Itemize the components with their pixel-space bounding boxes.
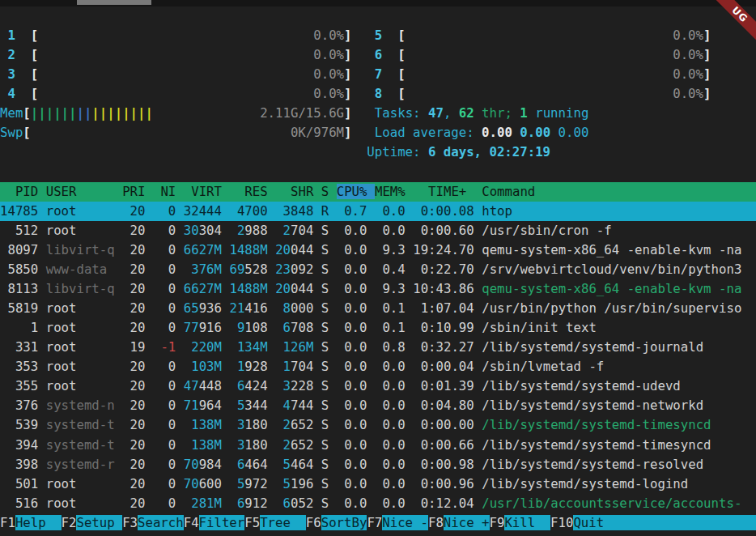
column-header-time[interactable]: TIME+ (413, 184, 474, 199)
column-header-shr[interactable]: SHR (275, 184, 313, 199)
cpu8-label: 8 (375, 86, 382, 101)
key-f1[interactable]: F1 (0, 515, 15, 530)
column-header-cpu-sort[interactable]: CPU% (337, 184, 375, 199)
cell-pid: 355 (0, 378, 38, 393)
cell-time: 0:12.04 (413, 496, 474, 511)
process-row[interactable]: 398 systemd-r 20 0 70984 6464 5464 S 0.0… (0, 455, 756, 474)
key-f6[interactable]: F6 (306, 515, 321, 530)
column-header-pri[interactable]: PRI (122, 184, 145, 199)
cell-mem: 0.1 (375, 320, 406, 335)
process-row[interactable]: 353 root 20 0 103M 1928 1704 S 0.0 0.0 0… (0, 357, 756, 376)
process-row[interactable]: 394 systemd-t 20 0 138M 3180 2652 S 0.0 … (0, 436, 756, 455)
cell-res: 6 (229, 457, 244, 472)
mem-used-bars: |||||| (31, 105, 77, 121)
cell-shr: 2 (275, 223, 291, 238)
cell-shr: 2 (275, 417, 291, 432)
process-row[interactable]: 1 root 20 0 77916 9108 6708 S 0.0 0.1 0:… (0, 318, 756, 338)
mem-cache-bars: |||||||| (91, 105, 153, 121)
process-row[interactable]: 14785 root 20 0 32444 4700 3848 R 0.7 0.… (0, 202, 756, 221)
cell-priority: 20 (122, 223, 145, 238)
cell-time: 0:01.39 (413, 378, 474, 393)
cell-time: 19:24.70 (413, 242, 474, 257)
process-row[interactable]: 5819 root 20 0 65936 21416 8000 S 0.0 0.… (0, 299, 756, 318)
column-header-ni[interactable]: NI (153, 184, 176, 199)
swap-meter-and-load-row: Swp[ 0K/976M] Load average: 0.00 0.00 0.… (0, 123, 756, 143)
swap-bar-open-bracket: [ (23, 125, 30, 140)
cell-mem: 0.0 (375, 476, 406, 491)
process-row[interactable]: 376 systemd-n 20 0 71964 5344 4744 S 0.0… (0, 396, 756, 415)
fn-setup-button[interactable]: Setup (76, 515, 122, 530)
process-row[interactable]: 331 root 19 -1 220M 134M 126M S 0.0 0.8 … (0, 338, 756, 357)
cell-shr: 3 (275, 378, 291, 393)
key-f10[interactable]: F10 (550, 515, 573, 530)
fn-nice-plus-button[interactable]: Nice + (444, 515, 490, 530)
column-header-command[interactable]: Command (482, 184, 535, 199)
column-header-pid[interactable]: PID (0, 184, 38, 199)
fn-sortby-button[interactable]: SortBy (321, 515, 367, 530)
key-f7[interactable]: F7 (367, 515, 382, 530)
fn-help-button[interactable]: Help (15, 515, 62, 530)
cpu1-bar-open-bracket: [ (31, 28, 38, 43)
fn-search-button[interactable]: Search (138, 515, 184, 530)
cpu6-label: 6 (375, 47, 382, 62)
process-row[interactable]: 355 root 20 0 47448 6424 3228 S 0.0 0.0 … (0, 376, 756, 396)
cell-pid: 14785 (0, 203, 38, 219)
column-header-state[interactable]: S (321, 184, 329, 199)
cell-command: qemu-system-x86_64 -enable-kvm -na (482, 242, 741, 257)
column-header-res[interactable]: RES (229, 184, 267, 199)
cell-state: S (321, 457, 329, 472)
key-f9[interactable]: F9 (490, 515, 505, 530)
cpu3-bar-close-bracket: ] (344, 66, 351, 82)
cell-mem: 0.0 (375, 437, 406, 453)
cell-command: /usr/sbin/cron -f (482, 223, 612, 238)
key-f5[interactable]: F5 (244, 515, 260, 530)
cell-cpu: 0.0 (337, 262, 367, 277)
cell-nice: 0 (153, 437, 176, 453)
cell-command: /usr/lib/accountsservice/accounts- (482, 496, 741, 511)
cell-time: 0:32.27 (413, 339, 474, 355)
window-tab-handle[interactable] (77, 0, 151, 5)
cell-priority: 20 (122, 476, 145, 491)
cpu4-value: 0.0% (313, 86, 344, 101)
process-row[interactable]: 8113 libvirt-q 20 0 6627M 1488M 20044 S … (0, 279, 756, 299)
key-f4[interactable]: F4 (184, 515, 199, 530)
cpu2-value: 0.0% (313, 47, 344, 62)
debug-ribbon-band: UG (710, 0, 756, 45)
process-row[interactable]: 5850 www-data 20 0 376M 69528 23092 S 0.… (0, 260, 756, 279)
cell-pid: 353 (0, 359, 38, 374)
fn-tree-button[interactable]: Tree (260, 515, 306, 530)
process-row[interactable]: 8097 libvirt-q 20 0 6627M 1488M 20044 S … (0, 240, 756, 260)
cpu4-bar-close-bracket: ] (344, 86, 351, 101)
cell-nice: 0 (153, 223, 176, 238)
cell-time: 0:00.98 (413, 457, 474, 472)
cell-user: root (46, 320, 115, 335)
cpu7-bar-close-bracket: ] (703, 66, 711, 82)
cell-cpu: 0.0 (337, 496, 367, 511)
column-header-virt[interactable]: VIRT (184, 184, 222, 199)
cell-nice: 0 (153, 417, 176, 432)
cell-priority: 19 (122, 339, 145, 355)
cell-nice: 0 (153, 378, 176, 393)
cell-cpu: 0.0 (337, 320, 367, 335)
fn-kill-button[interactable]: Kill (504, 515, 550, 530)
window-top-strip (0, 0, 756, 6)
fn-quit-button[interactable]: Quit (573, 515, 756, 530)
process-row[interactable]: 501 root 20 0 70600 5972 5196 S 0.0 0.0 … (0, 474, 756, 494)
fn-nice-minus-button[interactable]: Nice - (382, 515, 428, 530)
column-header-mem[interactable]: MEM% (375, 184, 406, 199)
uptime-label: Uptime: (367, 144, 428, 160)
column-header-user[interactable]: USER (46, 184, 115, 199)
cpu6-bar-close-bracket: ] (703, 47, 711, 62)
key-f3[interactable]: F3 (122, 515, 138, 530)
cell-virt: 30 (184, 223, 199, 238)
process-row[interactable]: 516 root 20 0 281M 6912 6052 S 0.0 0.0 0… (0, 494, 756, 513)
key-f8[interactable]: F8 (428, 515, 444, 530)
cell-res: 2 (229, 223, 244, 238)
key-f2[interactable]: F2 (62, 515, 77, 530)
cell-nice: 0 (153, 476, 176, 491)
fn-filter-button[interactable]: Filter (199, 515, 245, 530)
cell-priority: 20 (122, 281, 145, 296)
cell-res: 21 (229, 300, 244, 316)
process-row[interactable]: 512 root 20 0 30304 2988 2704 S 0.0 0.0 … (0, 221, 756, 240)
process-row[interactable]: 539 systemd-t 20 0 138M 3180 2652 S 0.0 … (0, 415, 756, 435)
